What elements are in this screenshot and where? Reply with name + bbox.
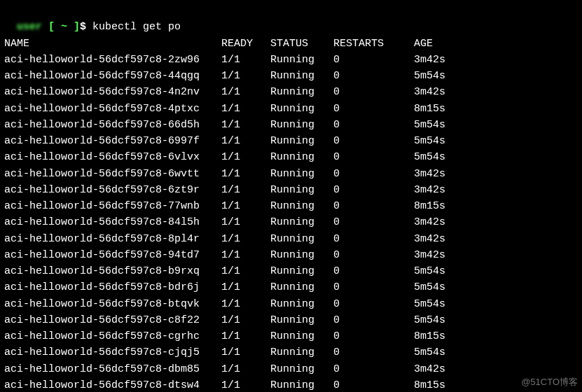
cell-pod-age: 5m54s [414,344,445,360]
cell-pod-name: aci-helloworld-56dcf597c8-84l5h [4,214,221,230]
cell-pod-status: Running [270,101,333,117]
cell-pod-ready: 1/1 [221,279,270,295]
prompt-bracket-close: ] [67,21,80,33]
table-row: aci-helloworld-56dcf597c8-6wvtt1/1Runnin… [4,166,445,182]
cell-pod-ready: 1/1 [221,344,270,360]
cell-pod-name: aci-helloworld-56dcf597c8-cjqj5 [4,344,221,360]
table-row: aci-helloworld-56dcf597c8-66d5h1/1Runnin… [4,117,445,133]
cell-pod-name: aci-helloworld-56dcf597c8-c8f22 [4,312,221,328]
table-row: aci-helloworld-56dcf597c8-6997f1/1Runnin… [4,133,445,149]
cell-pod-name: aci-helloworld-56dcf597c8-btqvk [4,296,221,312]
cell-pod-restarts: 0 [333,68,414,84]
cell-pod-ready: 1/1 [221,263,270,279]
cell-pod-name: aci-helloworld-56dcf597c8-66d5h [4,117,221,133]
cell-pod-age: 3m42s [414,182,445,198]
cell-pod-age: 5m54s [414,117,445,133]
cell-pod-restarts: 0 [333,166,414,182]
table-row: aci-helloworld-56dcf597c8-77wnb1/1Runnin… [4,198,445,214]
command-text: kubectl get po [92,21,181,33]
cell-pod-status: Running [270,296,333,312]
table-row: aci-helloworld-56dcf597c8-bdr6j1/1Runnin… [4,279,445,295]
cell-pod-restarts: 0 [333,182,414,198]
cell-pod-age: 3m42s [414,214,445,230]
cell-pod-restarts: 0 [333,263,414,279]
prompt-dollar: $ [80,21,92,33]
cell-pod-age: 3m42s [414,166,445,182]
cell-pod-age: 8m15s [414,101,445,117]
cell-pod-ready: 1/1 [221,149,270,165]
cell-pod-ready: 1/1 [221,68,270,84]
cell-pod-status: Running [270,117,333,133]
cell-pod-age: 8m15s [414,198,445,214]
cell-pod-age: 3m42s [414,231,445,247]
header-status: STATUS [270,36,333,52]
cell-pod-restarts: 0 [333,198,414,214]
cell-pod-status: Running [270,166,333,182]
cell-pod-name: aci-helloworld-56dcf597c8-8pl4r [4,231,221,247]
cell-pod-status: Running [270,279,333,295]
cell-pod-status: Running [270,247,333,263]
cell-pod-ready: 1/1 [221,296,270,312]
cell-pod-restarts: 0 [333,231,414,247]
cell-pod-status: Running [270,344,333,360]
cell-pod-age: 5m54s [414,263,445,279]
table-header-row: NAME READY STATUS RESTARTS AGE [4,36,445,52]
cell-pod-name: aci-helloworld-56dcf597c8-6997f [4,133,221,149]
cell-pod-ready: 1/1 [221,182,270,198]
cell-pod-age: 3m42s [414,84,445,100]
cell-pod-ready: 1/1 [221,214,270,230]
cell-pod-name: aci-helloworld-56dcf597c8-2zw96 [4,52,221,68]
cell-pod-status: Running [270,84,333,100]
table-row: aci-helloworld-56dcf597c8-44qgq1/1Runnin… [4,68,445,84]
table-row: aci-helloworld-56dcf597c8-cjqj51/1Runnin… [4,344,445,360]
cell-pod-status: Running [270,263,333,279]
cell-pod-restarts: 0 [333,52,414,68]
prompt-cwd: ~ [61,21,67,33]
cell-pod-name: aci-helloworld-56dcf597c8-4ptxc [4,101,221,117]
table-row: aci-helloworld-56dcf597c8-2zw961/1Runnin… [4,52,445,68]
cell-pod-restarts: 0 [333,117,414,133]
cell-pod-status: Running [270,231,333,247]
cell-pod-name: aci-helloworld-56dcf597c8-b9rxq [4,263,221,279]
cell-pod-ready: 1/1 [221,231,270,247]
cell-pod-restarts: 0 [333,344,414,360]
prompt-bracket-open: [ [42,21,61,33]
cell-pod-age: 5m54s [414,68,445,84]
cell-pod-age: 5m54s [414,149,445,165]
cell-pod-restarts: 0 [333,149,414,165]
table-row: aci-helloworld-56dcf597c8-dtsw41/1Runnin… [4,377,445,392]
table-row: aci-helloworld-56dcf597c8-6vlvx1/1Runnin… [4,149,445,165]
cell-pod-restarts: 0 [333,361,414,377]
cell-pod-name: aci-helloworld-56dcf597c8-bdr6j [4,279,221,295]
cell-pod-status: Running [270,377,333,392]
table-row: aci-helloworld-56dcf597c8-6zt9r1/1Runnin… [4,182,445,198]
terminal-prompt-line[interactable]: user [ ~ ]$ kubectl get po [4,3,578,36]
cell-pod-age: 5m54s [414,296,445,312]
cell-pod-restarts: 0 [333,312,414,328]
cell-pod-name: aci-helloworld-56dcf597c8-cgrhc [4,328,221,344]
cell-pod-status: Running [270,312,333,328]
cell-pod-ready: 1/1 [221,52,270,68]
cell-pod-status: Running [270,133,333,149]
table-row: aci-helloworld-56dcf597c8-84l5h1/1Runnin… [4,214,445,230]
header-name: NAME [4,36,221,52]
header-age: AGE [414,36,445,52]
cell-pod-restarts: 0 [333,279,414,295]
cell-pod-age: 5m54s [414,312,445,328]
cell-pod-restarts: 0 [333,214,414,230]
cell-pod-status: Running [270,182,333,198]
table-row: aci-helloworld-56dcf597c8-4ptxc1/1Runnin… [4,101,445,117]
cell-pod-name: aci-helloworld-56dcf597c8-44qgq [4,68,221,84]
cell-pod-restarts: 0 [333,84,414,100]
header-ready: READY [221,36,270,52]
cell-pod-age: 5m54s [414,279,445,295]
cell-pod-name: aci-helloworld-56dcf597c8-6wvtt [4,166,221,182]
cell-pod-name: aci-helloworld-56dcf597c8-6zt9r [4,182,221,198]
table-row: aci-helloworld-56dcf597c8-btqvk1/1Runnin… [4,296,445,312]
cell-pod-age: 3m42s [414,52,445,68]
cell-pod-age: 8m15s [414,328,445,344]
cell-pod-status: Running [270,68,333,84]
cell-pod-restarts: 0 [333,101,414,117]
table-row: aci-helloworld-56dcf597c8-b9rxq1/1Runnin… [4,263,445,279]
cell-pod-status: Running [270,214,333,230]
